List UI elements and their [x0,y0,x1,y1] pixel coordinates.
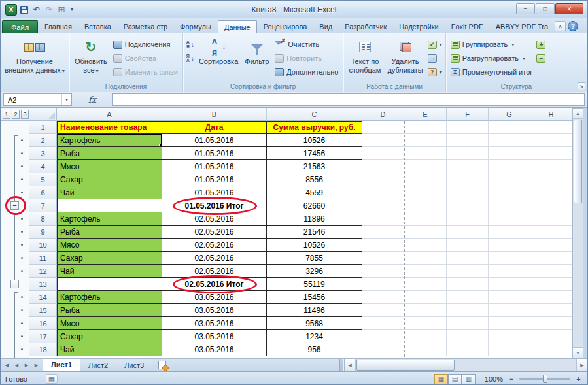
horizontal-scroll-thumb[interactable] [356,360,455,371]
cell-E13[interactable] [404,278,447,291]
cell-C13[interactable]: 55119 [267,278,362,291]
sort-descending-button[interactable]: ЯА ↓ [185,52,196,64]
cell-B11[interactable]: 02.05.2016 [162,252,267,265]
cell-C8[interactable]: 11896 [267,212,362,226]
cell-H17[interactable] [530,330,572,343]
zoom-in-button[interactable]: + [574,375,583,383]
remove-duplicates-button[interactable]: Удалить дубликаты [384,35,426,82]
refresh-all-button[interactable]: ↻ Обновить все▾ [71,35,111,82]
cell-E2[interactable] [404,134,447,147]
row-header-13[interactable]: 13 [29,278,57,291]
cell-E5[interactable] [404,173,447,186]
view-page-layout-button[interactable]: ▤ [448,374,462,384]
cell-H16[interactable] [530,317,572,330]
view-normal-button[interactable]: ▦ [434,374,448,384]
filter-button[interactable]: Фильтр [241,35,272,82]
cell-E12[interactable] [404,265,447,278]
properties-button[interactable]: Свойства [111,52,181,64]
row-header-16[interactable]: 16 [29,317,57,330]
ribbon-tab-7[interactable]: Вид [313,20,338,33]
redo-icon[interactable]: ↷ [44,5,54,15]
cell-F12[interactable] [447,265,489,278]
row-header-7[interactable]: 7 [29,199,57,212]
cell-E8[interactable] [404,212,447,226]
macro-record-icon[interactable]: ▦ [46,374,58,384]
cell-E4[interactable] [404,160,447,173]
cell-F17[interactable] [447,330,489,343]
what-if-analysis-button[interactable]: ?▾ [426,66,443,78]
cell-F13[interactable] [447,278,489,291]
cell-B2[interactable]: 01.05.2016 [162,134,267,147]
cell-D7[interactable] [362,199,404,212]
subtotal-button[interactable]: ΣПромежуточный итог [448,66,536,78]
cell-A1[interactable]: Наименование товара [57,121,162,134]
cell-H13[interactable] [530,278,572,291]
vertical-scrollbar[interactable]: ▲ ▼ [572,108,583,358]
cell-H3[interactable] [530,147,572,160]
row-header-11[interactable]: 11 [29,252,57,265]
outline-collapse-button-row-13[interactable]: − [10,280,19,288]
cell-C16[interactable]: 9568 [267,317,362,330]
cell-G14[interactable] [489,291,530,304]
cell-H6[interactable] [530,186,572,199]
column-header-A[interactable]: A [57,108,162,121]
cell-H18[interactable] [530,343,572,356]
cell-G12[interactable] [489,265,530,278]
view-page-break-button[interactable]: ▥ [462,374,476,384]
cell-E18[interactable] [404,343,447,356]
scroll-left-button[interactable]: ◀ [345,359,356,371]
cell-E16[interactable] [404,317,447,330]
row-header-5[interactable]: 5 [29,173,57,186]
maximize-button[interactable]: □ [536,3,555,14]
ribbon-tab-3[interactable]: Разметка стр [118,20,173,33]
cell-A16[interactable]: Мясо [57,317,162,330]
cell-C5[interactable]: 8556 [267,173,362,186]
sheet-tab-2[interactable]: Лист3 [116,359,152,371]
cell-B18[interactable]: 03.05.2016 [162,343,267,356]
cell-D4[interactable] [362,160,404,173]
minimize-button[interactable]: − [516,3,535,14]
vertical-scroll-track[interactable] [573,119,583,347]
ribbon-tab-2[interactable]: Вставка [78,20,117,33]
cell-F8[interactable] [447,212,489,226]
row-header-10[interactable]: 10 [29,239,57,252]
row-header-6[interactable]: 6 [29,186,57,199]
zoom-slider-thumb[interactable] [543,375,547,383]
cell-B15[interactable]: 03.05.2016 [162,304,267,317]
cell-A5[interactable]: Сахар [57,173,162,186]
cell-C3[interactable]: 17456 [267,147,362,160]
edit-links-button[interactable]: Изменить связи [111,66,181,78]
first-sheet-button[interactable]: ◀ [3,361,11,370]
save-icon[interactable] [19,5,29,15]
cell-F10[interactable] [447,239,489,252]
cell-A8[interactable]: Картофель [57,212,162,226]
cell-G1[interactable] [489,121,530,134]
cell-A4[interactable]: Мясо [57,160,162,173]
row-header-1[interactable]: 1 [29,121,57,134]
cell-B17[interactable]: 03.05.2016 [162,330,267,343]
cell-G4[interactable] [489,160,530,173]
advanced-button[interactable]: Дополнительно [272,66,341,78]
cell-E11[interactable] [404,252,447,265]
cell-B7[interactable]: 01.05.2016 Итог [162,199,267,212]
ribbon-tab-0[interactable]: Файл [2,20,38,33]
sheet-tab-1[interactable]: Лист2 [80,359,116,371]
cell-A3[interactable]: Рыба [57,147,162,160]
cell-F15[interactable] [447,304,489,317]
cell-D9[interactable] [362,226,404,239]
ribbon-tab-5[interactable]: Данные [218,20,257,33]
consolidate-button[interactable]: → [426,52,443,64]
cell-B6[interactable]: 01.05.2016 [162,186,267,199]
cell-D3[interactable] [362,147,404,160]
sort-button[interactable]: А Я ↓ Сортировка [196,35,241,82]
hide-detail-button[interactable]: − [535,52,547,64]
cell-A12[interactable]: Чай [57,265,162,278]
ribbon-tab-4[interactable]: Формулы [174,20,217,33]
cell-H11[interactable] [530,252,572,265]
text-to-columns-button[interactable]: Текст по столбцам [345,35,384,82]
column-header-F[interactable]: F [447,108,489,121]
cell-F6[interactable] [447,186,489,199]
cell-E7[interactable] [404,199,447,212]
cell-C11[interactable]: 7855 [267,252,362,265]
column-header-C[interactable]: C [267,108,362,121]
